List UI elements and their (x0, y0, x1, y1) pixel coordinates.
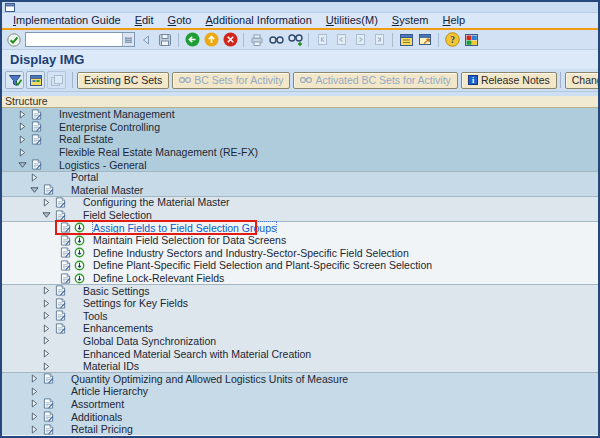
back-icon[interactable] (184, 32, 200, 48)
tree-item-label[interactable]: Settings for Key Fields (83, 297, 188, 309)
img-doc-icon[interactable] (42, 411, 54, 422)
tree-item-label[interactable]: Article Hierarchy (71, 385, 148, 397)
img-doc-icon[interactable] (59, 273, 71, 284)
tree-item-label[interactable]: Material Master (71, 184, 143, 196)
save-icon[interactable] (157, 32, 173, 48)
customize-layout-icon[interactable] (463, 32, 479, 48)
expand-arrow-icon[interactable] (30, 374, 39, 383)
tree-item-label[interactable]: Investment Management (59, 108, 175, 120)
tree-item-label[interactable]: Flexible Real Estate Management (RE-FX) (59, 146, 258, 158)
img-doc-icon[interactable] (54, 197, 66, 208)
menu-goto[interactable]: Goto (161, 13, 199, 28)
collapse-arrow-icon[interactable] (42, 211, 51, 219)
img-doc-icon[interactable] (54, 298, 66, 309)
choose-icon[interactable] (5, 71, 24, 89)
tree-row[interactable]: Real Estate (2, 133, 598, 146)
tree-item-label[interactable]: Retail Pricing (71, 423, 133, 435)
tree-item-label[interactable]: Configuring the Material Master (83, 196, 229, 208)
img-doc-icon[interactable] (59, 247, 71, 258)
tree-item-label[interactable]: Enhanced Material Search with Material C… (83, 348, 311, 360)
img-doc-icon[interactable] (30, 159, 42, 170)
change-log-button[interactable]: Change Log (565, 72, 600, 89)
tree-item-label[interactable]: Tools (83, 310, 108, 322)
img-doc-icon[interactable] (42, 373, 54, 384)
img-doc-icon[interactable] (54, 323, 66, 334)
img-activity-icon[interactable] (73, 235, 85, 246)
img-doc-icon[interactable] (54, 285, 66, 296)
command-dropdown-icon[interactable]: ▤ (122, 33, 134, 46)
tree-item-label[interactable]: Global Data Synchronization (83, 335, 216, 347)
menu-utilities[interactable]: Utilities(M) (319, 13, 385, 28)
tree-item-label[interactable]: Define Industry Sectors and Industry-Sec… (93, 247, 409, 259)
img-doc-icon[interactable] (42, 424, 54, 435)
tree-item-label[interactable]: Portal (71, 171, 98, 183)
display-structure-icon[interactable] (26, 71, 45, 89)
collapse-command-field-icon[interactable] (138, 32, 154, 48)
expand-arrow-icon[interactable] (42, 299, 51, 308)
tree-item-label[interactable]: Maintain Field Selection for Data Screen… (93, 234, 286, 246)
command-field[interactable] (26, 33, 122, 46)
tree-item-label[interactable]: Quantity Optimizing and Allowed Logistic… (71, 373, 348, 385)
tree-item-label[interactable]: Assortment (71, 398, 124, 410)
tree-row[interactable]: Quantity Optimizing and Allowed Logistic… (2, 372, 598, 385)
expand-arrow-icon[interactable] (18, 110, 27, 119)
expand-arrow-icon[interactable] (18, 135, 27, 144)
tree-item-label[interactable]: Enhancements (83, 322, 153, 334)
expand-arrow-icon[interactable] (30, 387, 39, 396)
tree-row[interactable]: Article Hierarchy (2, 385, 598, 398)
img-doc-icon[interactable] (42, 184, 54, 195)
tree-row[interactable]: Global Data Synchronization (2, 335, 598, 348)
img-doc-icon[interactable] (30, 109, 42, 120)
tree-item-label[interactable]: Real Estate (59, 133, 113, 145)
img-doc-icon[interactable] (54, 310, 66, 321)
menu-help[interactable]: Help (436, 13, 473, 28)
shortcut-icon[interactable] (417, 32, 433, 48)
expand-arrow-icon[interactable] (42, 336, 51, 345)
help-icon[interactable]: ? (444, 32, 460, 48)
tree-row[interactable]: Retail Pricing (2, 423, 598, 436)
expand-arrow-icon[interactable] (42, 349, 51, 358)
expand-arrow-icon[interactable] (42, 311, 51, 320)
tree-row[interactable]: Enterprise Controlling (2, 121, 598, 134)
tree-item-label[interactable]: Define Plant-Specific Field Selection an… (93, 259, 432, 271)
tree-item-label[interactable]: Basic Settings (83, 285, 150, 297)
tree-row[interactable]: Enhancements (2, 322, 598, 335)
print-icon[interactable] (249, 32, 265, 48)
img-doc-icon[interactable] (30, 121, 42, 132)
collapse-arrow-icon[interactable] (18, 161, 27, 169)
tree-row[interactable]: Flexible Real Estate Management (RE-FX) (2, 146, 598, 159)
expand-arrow-icon[interactable] (42, 286, 51, 295)
tree-item-label[interactable]: Enterprise Controlling (59, 121, 160, 133)
expand-arrow-icon[interactable] (30, 399, 39, 408)
tree-row[interactable]: Material IDs (2, 360, 598, 373)
tree-item-label[interactable]: Assign Fields to Field Selection Groups (93, 222, 276, 234)
expand-arrow-icon[interactable] (42, 198, 51, 207)
img-doc-icon[interactable] (42, 398, 54, 409)
tree-item-label[interactable]: Logistics - General (59, 159, 147, 171)
find-next-icon[interactable] (287, 32, 303, 48)
tree-row[interactable]: Basic Settings (2, 284, 598, 297)
tree-row[interactable]: Maintain Field Selection for Data Screen… (2, 234, 598, 247)
release-notes-button[interactable]: i Release Notes (461, 72, 557, 89)
menu-additional-information[interactable]: Additional Information (198, 13, 318, 28)
tree-row[interactable]: Enhanced Material Search with Material C… (2, 347, 598, 360)
find-icon[interactable] (268, 32, 284, 48)
expand-arrow-icon[interactable] (18, 122, 27, 131)
img-doc-icon[interactable] (59, 260, 71, 271)
img-doc-icon[interactable] (59, 222, 71, 233)
tree-row[interactable]: Portal (2, 171, 598, 184)
img-activity-icon[interactable] (73, 273, 85, 284)
tree-row[interactable]: Settings for Key Fields (2, 297, 598, 310)
new-session-icon[interactable] (398, 32, 414, 48)
tree-row[interactable]: Additionals (2, 410, 598, 423)
menu-implementation-guide[interactable]: Implementation Guide (6, 13, 128, 28)
tree-row[interactable]: Configuring the Material Master (2, 196, 598, 209)
tree-item-label[interactable]: Material IDs (83, 360, 139, 372)
img-activity-icon[interactable] (73, 247, 85, 258)
tree-row[interactable]: Tools (2, 310, 598, 323)
expand-arrow-icon[interactable] (42, 324, 51, 333)
existing-bc-sets-button[interactable]: Existing BC Sets (77, 72, 169, 89)
tree-row[interactable]: Assortment (2, 398, 598, 411)
img-doc-icon[interactable] (30, 134, 42, 145)
expand-arrow-icon[interactable] (30, 412, 39, 421)
